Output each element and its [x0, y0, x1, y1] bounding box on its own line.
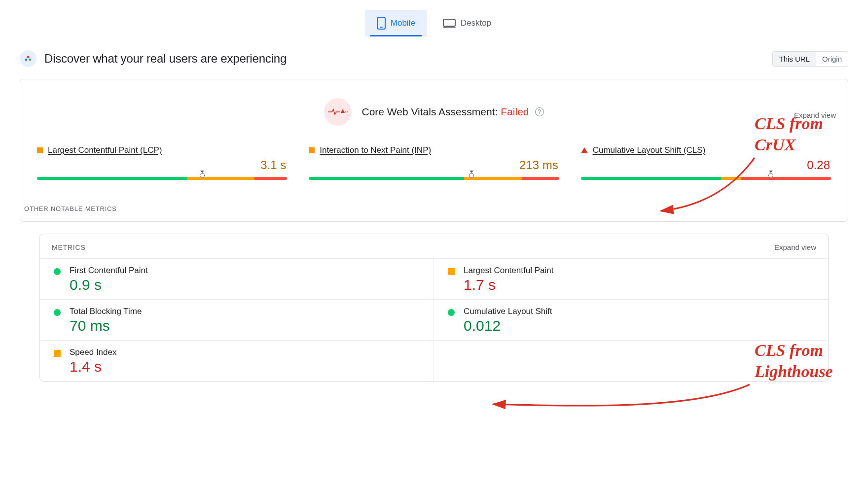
crux-lcp-bar: [37, 174, 287, 181]
svg-marker-7: [341, 109, 345, 113]
svg-point-4: [25, 59, 27, 61]
scope-toggle: This URL Origin: [772, 51, 848, 67]
square-icon: [54, 350, 61, 357]
tab-desktop[interactable]: Desktop: [431, 10, 503, 36]
lh-tbt: Total Blocking Time 70 ms: [40, 300, 434, 341]
lh-fcp-value: 0.9 s: [70, 277, 148, 293]
annotation-crux-l2: CrUX: [755, 135, 823, 156]
arrow-icon: [488, 380, 755, 424]
assessment-label: Core Web Vitals Assessment:: [362, 106, 498, 118]
square-icon: [448, 268, 455, 275]
scope-origin[interactable]: Origin: [816, 52, 848, 66]
square-icon: [37, 147, 43, 153]
lh-lcp-name: Largest Contentful Paint: [464, 266, 553, 276]
section-title: Discover what your real users are experi…: [44, 52, 287, 66]
crux-lcp: Largest Contentful Paint (LCP) 3.1 s: [37, 145, 287, 181]
assessment-text: Core Web Vitals Assessment: Failed ?: [362, 106, 543, 118]
lh-lcp-value: 1.7 s: [464, 277, 553, 293]
help-icon[interactable]: ?: [535, 107, 544, 116]
section-header: Discover what your real users are experi…: [0, 41, 868, 70]
dot-icon: [448, 309, 455, 316]
crux-lcp-name[interactable]: Largest Contentful Paint (LCP): [48, 145, 162, 155]
svg-rect-3: [443, 27, 456, 28]
scope-this-url[interactable]: This URL: [773, 52, 816, 66]
crux-cls-name[interactable]: Cumulative Layout Shift (CLS): [593, 145, 706, 155]
lh-tbt-value: 70 ms: [70, 317, 142, 334]
lh-si: Speed Index 1.4 s: [40, 341, 434, 381]
crux-cls-bar: [581, 174, 831, 181]
lh-fcp: First Contentful Paint 0.9 s: [40, 259, 434, 300]
annotation-crux: CLS from CrUX: [755, 113, 823, 155]
svg-point-6: [29, 59, 31, 61]
lh-cls: Cumulative Layout Shift 0.012: [434, 300, 828, 341]
tab-mobile[interactable]: Mobile: [365, 10, 427, 36]
lh-lcp: Largest Contentful Paint 1.7 s: [434, 259, 828, 300]
tab-mobile-label: Mobile: [391, 18, 415, 28]
crux-card: Core Web Vitals Assessment: Failed ? Exp…: [20, 79, 848, 222]
triangle-icon: [581, 147, 588, 153]
lh-title: METRICS: [52, 244, 86, 251]
users-icon: [20, 50, 36, 67]
annotation-lh-l2: Lighthouse: [755, 361, 833, 383]
crux-inp: Interaction to Next Paint (INP) 213 ms: [309, 145, 559, 181]
crux-metrics-row: Largest Contentful Paint (LCP) 3.1 s Int…: [20, 131, 848, 194]
desktop-icon: [443, 18, 456, 28]
lh-si-name: Speed Index: [70, 348, 116, 357]
lh-si-value: 1.4 s: [70, 358, 116, 375]
svg-rect-2: [443, 19, 455, 26]
lh-tbt-name: Total Blocking Time: [70, 307, 142, 316]
lh-fcp-name: First Contentful Paint: [70, 266, 148, 276]
pulse-icon: [324, 98, 352, 126]
annotation-lh: CLS from Lighthouse: [755, 340, 833, 382]
lh-cls-value: 0.012: [464, 317, 552, 334]
expand-lighthouse[interactable]: Expand view: [774, 243, 816, 251]
crux-lcp-value: 3.1 s: [37, 158, 286, 172]
crux-inp-value: 213 ms: [309, 158, 558, 172]
lh-cls-name: Cumulative Layout Shift: [464, 307, 552, 316]
crux-inp-bar: [309, 174, 559, 181]
tab-desktop-label: Desktop: [461, 18, 491, 28]
annotation-lh-l1: CLS from: [755, 340, 833, 361]
phone-icon: [377, 17, 386, 30]
device-tabs: Mobile Desktop: [0, 0, 868, 41]
crux-inp-name[interactable]: Interaction to Next Paint (INP): [320, 145, 431, 155]
assessment-status: Failed: [501, 106, 529, 118]
other-metrics-label: OTHER NOTABLE METRICS: [20, 194, 848, 221]
square-icon: [309, 147, 315, 153]
svg-rect-1: [380, 27, 383, 28]
annotation-crux-l1: CLS from: [755, 113, 823, 135]
dot-icon: [54, 268, 61, 275]
dot-icon: [54, 309, 61, 316]
svg-point-5: [27, 56, 30, 59]
lighthouse-card: METRICS Expand view First Contentful Pai…: [39, 234, 829, 382]
crux-cls-value: 0.28: [581, 158, 830, 172]
